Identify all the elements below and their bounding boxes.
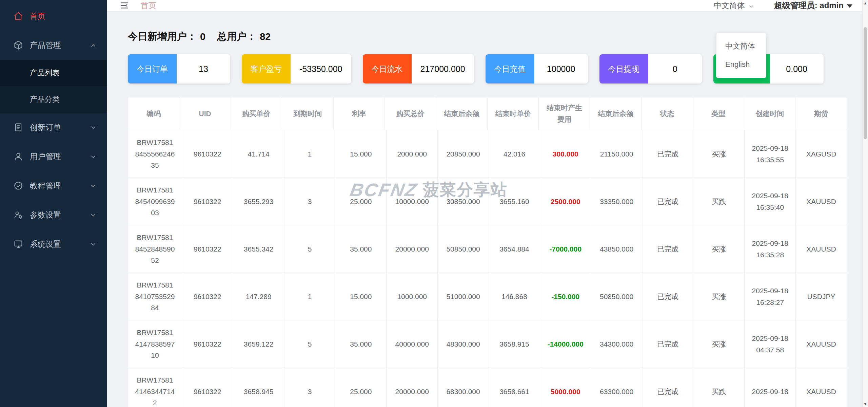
- sidebar-item-orders[interactable]: 创新订单: [0, 113, 107, 142]
- cell-code: BRW17581414783859710: [128, 320, 182, 368]
- cell-end-price: 3658.661: [489, 368, 540, 407]
- sidebar-item-product[interactable]: 产品管理: [0, 31, 107, 60]
- table-row: BRW17581845556624635 9610322 41.714 1 15…: [128, 130, 847, 178]
- sidebar-item-label: 用户管理: [30, 151, 61, 162]
- table-header-cell: 结束后余额: [436, 97, 488, 130]
- cell-end-price: 3658.915: [489, 320, 540, 368]
- cell-fee: -150.000: [540, 273, 591, 320]
- cell-buy-price: 3659.122: [233, 320, 284, 368]
- home-icon: [14, 11, 23, 21]
- chevron-down-icon: [748, 2, 754, 8]
- cell-total: 20000.000: [387, 368, 438, 407]
- table-header-cell: 购买总价: [385, 97, 436, 130]
- cell-balance-after: 30850.000: [438, 178, 489, 225]
- cell-futures: XAUUSD: [796, 225, 847, 273]
- cell-fee: 300.000: [540, 130, 591, 178]
- order-icon: [14, 123, 23, 132]
- caret-down-icon: [847, 4, 852, 8]
- scrollbar-thumb[interactable]: [864, 27, 867, 139]
- table-header-cell: 到期时间: [282, 97, 333, 130]
- cell-futures: XAUUSD: [796, 320, 847, 368]
- cell-uid: 9610322: [182, 178, 233, 225]
- chevron-down-icon: [90, 241, 97, 247]
- cell-rate: 15.000: [335, 130, 387, 178]
- stat-card-value: 13: [177, 54, 230, 84]
- cell-buy-price: 3655.342: [233, 225, 284, 273]
- cell-buy-price: 3658.945: [233, 368, 284, 407]
- table-header-cell: 购买单价: [231, 97, 282, 130]
- cell-code: BRW17581845284859052: [128, 225, 182, 273]
- sidebar-submenu-product: 产品列表 产品分类: [0, 60, 107, 113]
- table-row: BRW1758141463447142 9610322 3658.945 3 2…: [128, 368, 847, 407]
- table-header-cell: 类型: [693, 97, 744, 130]
- sidebar-item-label: 系统设置: [30, 239, 61, 249]
- table-header-cell: 期货: [795, 97, 846, 130]
- language-dropdown: 中文简体 English: [716, 33, 766, 78]
- cell-expire: 3: [284, 178, 336, 225]
- cell-created: 2025-09-18 04:37:58: [745, 320, 796, 368]
- total-users-stat: 总用户： 82: [217, 30, 271, 43]
- language-label: 中文简体: [714, 0, 745, 11]
- cell-code: BRW17581845409963903: [128, 178, 182, 225]
- cell-fee: -7000.000: [540, 225, 591, 273]
- cell-code: BRW17581841075352984: [128, 273, 182, 320]
- system-icon: [14, 239, 23, 249]
- scrollbar[interactable]: ▲ ▼: [862, 0, 868, 407]
- cell-fee: -14000.000: [540, 320, 591, 368]
- table-header-cell: UID: [179, 97, 231, 130]
- cell-status: 已完成: [643, 225, 694, 273]
- cell-type: 买涨: [693, 225, 745, 273]
- cell-balance-final: 63300.000: [591, 368, 643, 407]
- sidebar-item-users[interactable]: 用户管理: [0, 142, 107, 171]
- cell-status: 已完成: [643, 368, 694, 407]
- cell-total: 40000.000: [387, 320, 438, 368]
- cell-uid: 9610322: [182, 320, 233, 368]
- scrollbar-up-arrow[interactable]: ▲: [863, 0, 868, 6]
- scrollbar-down-arrow[interactable]: ▼: [863, 401, 868, 407]
- cell-expire: 5: [284, 225, 336, 273]
- cell-created: 2025-09-18: [745, 368, 796, 407]
- cell-futures: XAGUSD: [796, 130, 847, 178]
- screen: 首页 产品管理 产品列表 产品分类 创新订单: [0, 0, 868, 407]
- menu-toggle-icon[interactable]: [119, 1, 130, 10]
- cell-status: 已完成: [643, 320, 694, 368]
- language-option[interactable]: 中文简体: [716, 37, 766, 55]
- language-selector[interactable]: 中文简体: [714, 0, 754, 11]
- sidebar-item-params[interactable]: 参数设置: [0, 200, 107, 229]
- cell-balance-final: 21150.000: [591, 130, 643, 178]
- cell-expire: 1: [284, 273, 336, 320]
- cell-buy-price: 41.714: [233, 130, 284, 178]
- cell-total: 1000.000: [387, 273, 438, 320]
- admin-menu[interactable]: 超级管理员: admin: [774, 0, 852, 11]
- cell-type: 买涨: [693, 130, 745, 178]
- topbar-right: 中文简体 超级管理员: admin: [714, 0, 852, 11]
- sidebar-item-product-category[interactable]: 产品分类: [0, 86, 107, 113]
- stat-card-value: 0.000: [770, 54, 824, 84]
- sidebar: 首页 产品管理 产品列表 产品分类 创新订单: [0, 0, 107, 407]
- table-header-cell: 利率: [334, 97, 385, 130]
- stat-card-value: 0: [648, 54, 702, 84]
- cell-expire: 5: [284, 320, 336, 368]
- cell-balance-final: 50850.000: [591, 273, 643, 320]
- orders-table: 编码 UID 购买单价 到期时间 利率 购买总价 结束后余额 结束时单价: [128, 97, 847, 407]
- sidebar-item-home[interactable]: 首页: [0, 1, 107, 31]
- cell-rate: 25.000: [335, 178, 387, 225]
- cell-end-price: 3655.160: [489, 178, 540, 225]
- cell-type: 买涨: [693, 320, 745, 368]
- stat-card-label: 今日订单: [128, 54, 177, 84]
- cell-end-price: 3654.884: [489, 225, 540, 273]
- sidebar-item-system[interactable]: 系统设置: [0, 229, 107, 259]
- total-users-value: 82: [260, 31, 271, 42]
- stat-card-label: 今日流水: [363, 54, 412, 84]
- table-body: BRW17581845556624635 9610322 41.714 1 15…: [128, 130, 847, 407]
- sidebar-item-product-list[interactable]: 产品列表: [0, 60, 107, 86]
- sidebar-subitem-label: 产品列表: [30, 68, 60, 78]
- language-option[interactable]: English: [716, 55, 766, 74]
- table-header-cell: 结束后余额: [590, 97, 642, 130]
- cell-status: 已完成: [643, 130, 694, 178]
- table-header-cell: 结束时产生费用: [539, 97, 590, 130]
- sidebar-item-tutorials[interactable]: 教程管理: [0, 171, 107, 200]
- breadcrumb[interactable]: 首页: [141, 0, 156, 11]
- cell-balance-after: 50850.000: [438, 225, 489, 273]
- sidebar-item-label: 产品管理: [30, 40, 61, 51]
